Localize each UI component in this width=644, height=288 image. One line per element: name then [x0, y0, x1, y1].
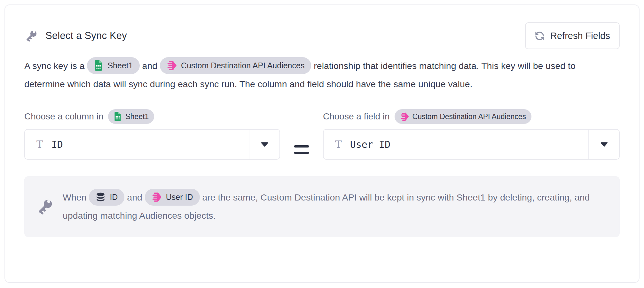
- sync-summary-text: When ID and User ID are the same, Custom…: [63, 188, 608, 225]
- summary-field-badge: User ID: [145, 189, 200, 206]
- field-select-chevron[interactable]: [588, 130, 619, 159]
- field-select[interactable]: T User ID: [323, 129, 620, 160]
- column-selector-label: Choose a column in Sheet1: [24, 109, 280, 124]
- summary-field-badge-label: User ID: [166, 188, 193, 206]
- title-wrap: Select a Sync Key: [24, 29, 127, 43]
- source-badge: Sheet1: [87, 57, 139, 74]
- destination-badge: Custom Destination API Audiences: [160, 57, 311, 74]
- field-select-value: User ID: [350, 139, 390, 150]
- field-selector-label: Choose a field in Custom Destination API…: [323, 109, 620, 124]
- column-select-chevron[interactable]: [249, 130, 279, 159]
- summary-column-badge-label: ID: [110, 188, 118, 206]
- sync-key-card: Select a Sync Key Refresh Fields A sync …: [4, 4, 640, 283]
- google-sheets-icon: [94, 60, 103, 71]
- column-selector-group: Choose a column in Sheet1 T ID: [24, 109, 280, 160]
- column-select[interactable]: T ID: [24, 129, 280, 160]
- google-sheets-icon: [114, 111, 122, 122]
- summary-part1: When: [63, 192, 86, 202]
- column-source-badge: Sheet1: [108, 109, 154, 124]
- description-part2: and: [142, 61, 158, 71]
- database-icon: [96, 193, 106, 202]
- field-destination-badge: Custom Destination API Audiences: [395, 109, 531, 124]
- page-title: Select a Sync Key: [45, 30, 127, 42]
- sync-summary-box: When ID and User ID are the same, Custom…: [24, 176, 620, 237]
- text-type-icon: T: [335, 140, 342, 149]
- chevron-down-icon: [261, 142, 269, 147]
- field-label-prefix: Choose a field in: [323, 111, 390, 122]
- column-select-value: ID: [51, 139, 63, 150]
- column-label-prefix: Choose a column in: [24, 111, 103, 122]
- equals-icon: [294, 145, 309, 154]
- key-icon: [24, 29, 38, 43]
- column-source-badge-label: Sheet1: [125, 112, 149, 121]
- refresh-fields-button[interactable]: Refresh Fields: [525, 22, 620, 49]
- custom-destination-icon: [400, 112, 409, 121]
- equals-separator: [280, 134, 323, 165]
- field-selector-group: Choose a field in Custom Destination API…: [323, 109, 620, 160]
- text-type-icon: T: [36, 140, 43, 149]
- chevron-down-icon: [600, 142, 608, 147]
- field-select-main[interactable]: T User ID: [324, 130, 588, 159]
- sync-key-description: A sync key is a Sheet1 and Custom Destin…: [24, 57, 618, 93]
- field-destination-badge-label: Custom Destination API Audiences: [412, 112, 526, 121]
- summary-column-badge: ID: [89, 189, 124, 206]
- column-select-main[interactable]: T ID: [25, 130, 249, 159]
- card-header: Select a Sync Key Refresh Fields: [24, 22, 620, 49]
- key-icon: [36, 197, 54, 216]
- custom-destination-icon: [167, 60, 177, 71]
- summary-part2: and: [127, 192, 142, 202]
- refresh-fields-label: Refresh Fields: [550, 31, 610, 41]
- custom-destination-icon: [152, 192, 162, 202]
- description-part1: A sync key is a: [24, 61, 85, 71]
- destination-badge-label: Custom Destination API Audiences: [181, 57, 304, 75]
- refresh-icon: [535, 31, 545, 41]
- source-badge-label: Sheet1: [107, 57, 133, 75]
- sync-key-selector-row: Choose a column in Sheet1 T ID: [24, 109, 620, 160]
